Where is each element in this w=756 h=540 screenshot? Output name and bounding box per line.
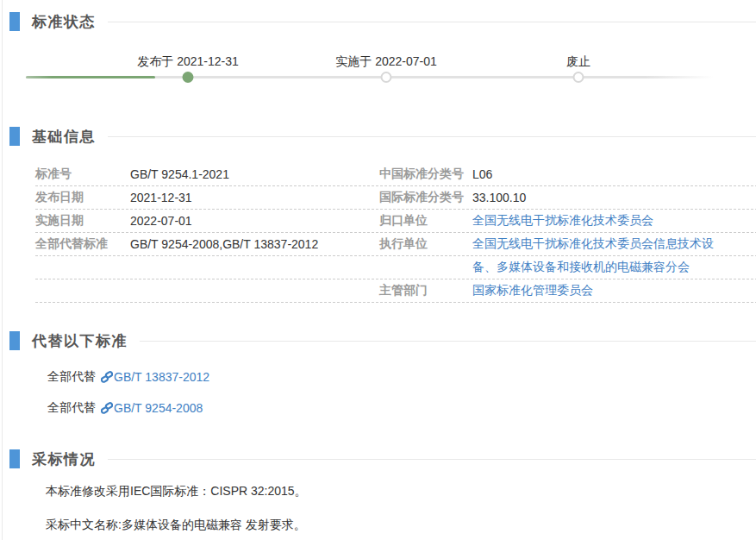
section-replaced-standards: 代替以下标准 全部代替 GB/T 13837-2012 全部代替 <box>3 331 756 416</box>
implement-date-label: 实施日期 <box>35 213 130 229</box>
section-marker-icon <box>9 449 20 468</box>
section-standard-status: 标准状态 发布于 2021-12-31 实施于 2022-07-01 废止 <box>3 12 756 94</box>
section-header-status: 标准状态 <box>3 12 756 31</box>
header-rule <box>108 459 756 460</box>
cn-class-label: 中国标准分类号 <box>379 166 472 182</box>
table-row: 全部代替标准 GB/T 9254-2008,GB/T 13837-2012 执行… <box>35 233 756 256</box>
section-adoption: 采标情况 本标准修改采用IEC国际标准：CISPR 32:2015。 采标中文名… <box>3 449 756 533</box>
replace-relation-label: 全部代替 <box>47 400 96 416</box>
timeline-dot-abolished-icon <box>573 72 584 83</box>
supervisor-dept-label: 主管部门 <box>379 283 472 298</box>
replaced-standard-link[interactable]: GB/T 9254-2008 <box>114 401 203 415</box>
executive-unit-label: 执行单位 <box>379 236 472 252</box>
replaced-standard-link[interactable]: GB/T 13837-2012 <box>114 370 209 384</box>
section-title-replaced: 代替以下标准 <box>32 331 128 351</box>
supervisor-dept-link[interactable]: 国家标准化管理委员会 <box>472 283 756 298</box>
table-row: 备、多媒体设备和接收机的电磁兼容分会 <box>35 256 756 279</box>
link-icon <box>101 371 113 383</box>
intl-class-label: 国际标准分类号 <box>379 190 472 205</box>
replaced-standards-label: 全部代替标准 <box>35 236 130 252</box>
table-row: 标准号 GB/T 9254.1-2021 中国标准分类号 L06 <box>35 163 756 186</box>
centralized-unit-link[interactable]: 全国无线电干扰标准化技术委员会 <box>472 213 756 229</box>
timeline-progress <box>26 76 155 78</box>
section-basic-info: 基础信息 标准号 GB/T 9254.1-2021 中国标准分类号 L06 发布… <box>3 127 756 303</box>
basic-info-table: 标准号 GB/T 9254.1-2021 中国标准分类号 L06 发布日期 20… <box>35 163 756 303</box>
cn-class-value: L06 <box>472 167 756 181</box>
link-icon <box>101 402 113 414</box>
status-timeline: 发布于 2021-12-31 实施于 2022-07-01 废止 <box>3 54 756 94</box>
header-rule <box>108 22 756 22</box>
section-marker-icon <box>9 12 20 31</box>
timeline-label-published: 发布于 2021-12-31 <box>137 54 239 70</box>
header-rule <box>140 341 756 342</box>
timeline-label-implemented: 实施于 2022-07-01 <box>335 54 437 70</box>
timeline-label-abolished: 废止 <box>566 54 590 70</box>
standard-no-value: GB/T 9254.1-2021 <box>130 167 379 181</box>
section-header-adoption: 采标情况 <box>3 449 756 468</box>
executive-unit-link-line2[interactable]: 备、多媒体设备和接收机的电磁兼容分会 <box>472 260 756 275</box>
publish-date-value: 2021-12-31 <box>130 191 379 204</box>
intl-class-value: 33.100.10 <box>472 191 756 204</box>
section-title-status: 标准状态 <box>32 12 96 32</box>
adoption-chinese-name: 采标中文名称:多媒体设备的电磁兼容 发射要求。 <box>46 518 756 533</box>
executive-unit-link[interactable]: 全国无线电干扰标准化技术委员会信息技术设 <box>472 236 756 252</box>
implement-date-value: 2022-07-01 <box>130 214 379 228</box>
section-header-replaced: 代替以下标准 <box>3 331 756 350</box>
table-row: 主管部门 国家标准化管理委员会 <box>35 279 756 303</box>
replaced-standard-item: 全部代替 GB/T 13837-2012 <box>47 369 756 385</box>
publish-date-label: 发布日期 <box>35 190 130 205</box>
section-marker-icon <box>9 331 20 350</box>
table-row: 发布日期 2021-12-31 国际标准分类号 33.100.10 <box>35 186 756 210</box>
standard-detail-page: 标准状态 发布于 2021-12-31 实施于 2022-07-01 废止 基础… <box>2 0 756 540</box>
replace-relation-label: 全部代替 <box>47 369 96 385</box>
table-row: 实施日期 2022-07-01 归口单位 全国无线电干扰标准化技术委员会 <box>35 210 756 233</box>
replaced-standards-value: GB/T 9254-2008,GB/T 13837-2012 <box>130 237 379 251</box>
section-title-adoption: 采标情况 <box>32 449 96 469</box>
header-rule <box>108 136 756 137</box>
timeline-dot-implemented-icon <box>381 72 392 83</box>
section-marker-icon <box>9 127 20 146</box>
standard-no-label: 标准号 <box>35 166 130 182</box>
section-title-basic-info: 基础信息 <box>32 127 96 147</box>
adoption-statement: 本标准修改采用IEC国际标准：CISPR 32:2015。 <box>46 484 756 499</box>
replaced-standard-item: 全部代替 GB/T 9254-2008 <box>47 400 756 416</box>
centralized-unit-label: 归口单位 <box>379 213 472 229</box>
timeline-dot-published-icon <box>183 72 194 83</box>
section-header-basic-info: 基础信息 <box>3 127 756 146</box>
